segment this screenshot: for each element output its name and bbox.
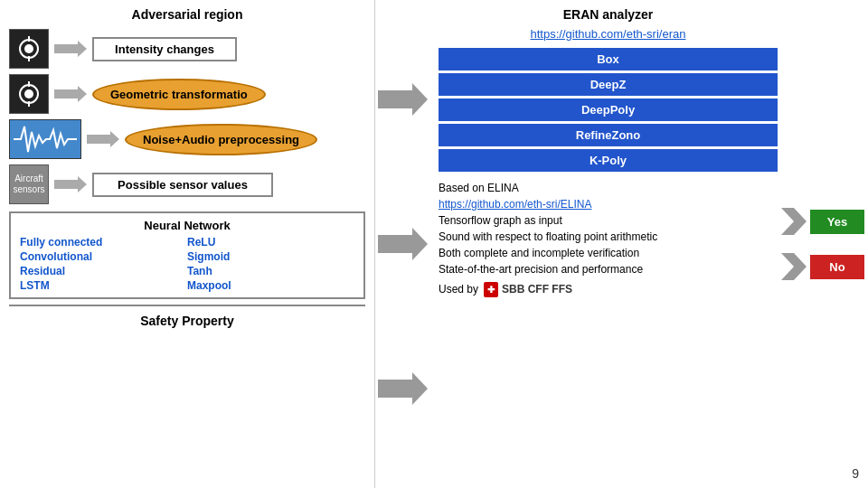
deepz-bar: DeepZ <box>439 73 778 96</box>
sbb-icon: ✚ <box>484 282 498 297</box>
no-chevron-icon <box>781 253 807 280</box>
nn-grid: Fully connected Convolutional Residual L… <box>20 236 354 292</box>
nn-item-0: Fully connected <box>20 236 187 249</box>
elina-link[interactable]: https://github.com/eth-sri/ELINA <box>439 196 778 212</box>
noise-row: Noise+Audio preprocessing <box>9 119 365 159</box>
svg-marker-11 <box>54 176 87 192</box>
geometric-label: Geometric transformatio <box>92 79 266 110</box>
nn-item-tanh: Tanh <box>187 265 354 277</box>
noise-arrow <box>87 130 119 148</box>
big-arrow-2 <box>378 226 428 262</box>
eran-link[interactable]: https://github.com/eth-sri/eran <box>439 27 778 41</box>
safety-property: Safety Property <box>9 305 365 335</box>
nn-item-relu: ReLU <box>187 236 354 249</box>
nn-item-maxpool: Maxpool <box>187 279 354 292</box>
svg-marker-4 <box>54 41 87 57</box>
yes-button[interactable]: Yes <box>810 210 864 234</box>
left-panel: Adversarial region Intensity changes <box>0 0 375 488</box>
neural-network-title: Neural Network <box>20 219 354 232</box>
adversarial-title: Adversarial region <box>9 7 365 22</box>
page-number: 9 <box>852 466 859 481</box>
intensity-label: Intensity changes <box>92 37 237 61</box>
box-bar: Box <box>439 48 778 70</box>
svg-marker-14 <box>378 372 428 405</box>
big-arrow-3 <box>378 371 428 407</box>
eran-title: ERAN analyzer <box>439 7 778 22</box>
eran-column: ERAN analyzer https://github.com/eth-sri… <box>439 7 778 481</box>
sbb-text: SBB CFF FFS <box>502 281 572 297</box>
state-label: State-of-the-art precision and performan… <box>439 261 778 277</box>
geometric-arrow <box>54 85 87 103</box>
neural-network-section: Neural Network Fully connected Convoluti… <box>9 211 365 299</box>
svg-marker-16 <box>781 253 807 280</box>
nn-item-2: Residual <box>20 265 187 277</box>
right-panel: ERAN analyzer https://github.com/eth-sri… <box>429 0 868 488</box>
yes-chevron-icon <box>781 208 807 235</box>
nn-item-1: Convolutional <box>20 250 187 263</box>
intensity-image <box>9 29 49 69</box>
svg-marker-15 <box>781 208 807 235</box>
no-button[interactable]: No <box>810 255 864 279</box>
used-by-text: Used by <box>439 281 478 297</box>
aircraft-image: Aircraft sensors <box>9 164 49 204</box>
geometric-image <box>9 74 49 114</box>
svg-marker-12 <box>378 83 428 116</box>
svg-point-6 <box>24 89 33 99</box>
yes-row: Yes <box>781 208 864 235</box>
nn-item-sigmoid: Sigmoid <box>187 250 354 263</box>
elina-label: Based on ELINA <box>439 180 778 196</box>
eran-text-section: Based on ELINA https://github.com/eth-sr… <box>439 180 778 297</box>
noise-label: Noise+Audio preprocessing <box>125 124 317 155</box>
aircraft-row: Aircraft sensors Possible sensor values <box>9 164 365 204</box>
no-row: No <box>781 253 864 280</box>
possible-sensor-label: Possible sensor values <box>92 173 273 197</box>
geometric-row: Geometric transformatio <box>9 74 365 114</box>
intensity-arrow <box>54 40 87 58</box>
aircraft-arrow <box>54 175 87 193</box>
middle-arrows <box>375 0 429 488</box>
nn-left-col: Fully connected Convolutional Residual L… <box>20 236 187 292</box>
tensorflow-label: Tensorflow graph as input <box>439 212 778 229</box>
sound-label: Sound with respect to floating point ari… <box>439 229 778 245</box>
svg-point-1 <box>24 44 33 53</box>
svg-marker-9 <box>54 86 87 102</box>
intensity-row: Intensity changes <box>9 29 365 69</box>
nn-right-col: ReLU Sigmoid Tanh Maxpool <box>187 236 354 292</box>
complete-label: Both complete and incomplete verificatio… <box>439 245 778 261</box>
nn-item-3: LSTM <box>20 279 187 292</box>
refinezono-bar: RefineZono <box>439 124 778 146</box>
audio-image <box>9 119 81 159</box>
aircraft-label-text: Aircraft sensors <box>10 174 48 195</box>
svg-marker-10 <box>87 131 119 147</box>
big-arrow-1 <box>378 81 428 117</box>
sbb-logos: ✚ SBB CFF FFS <box>484 281 572 297</box>
used-by-row: Used by ✚ SBB CFF FFS <box>439 281 778 297</box>
deeppoly-bar: DeepPoly <box>439 99 778 121</box>
kpoly-bar: K-Poly <box>439 149 778 172</box>
svg-marker-13 <box>378 228 428 260</box>
yes-no-column: Yes No <box>787 7 859 481</box>
